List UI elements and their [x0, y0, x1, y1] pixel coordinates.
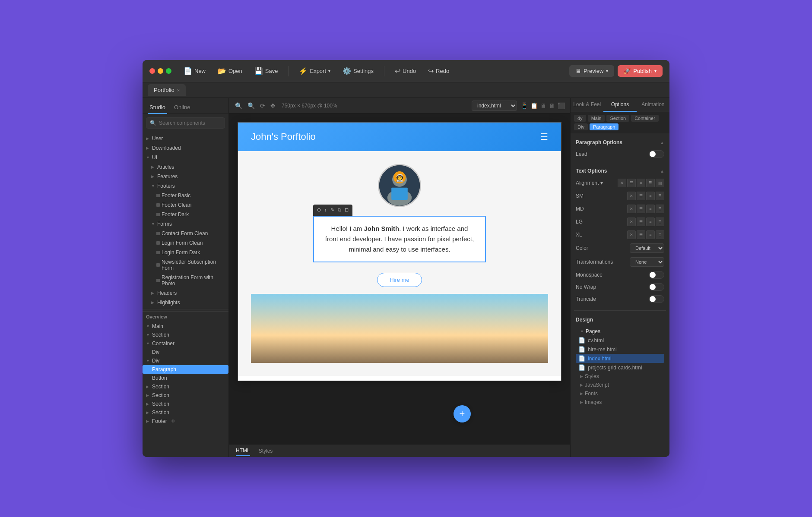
align-justify-button[interactable]: ▤	[656, 179, 664, 187]
ov-button[interactable]: ▶ Button	[143, 374, 228, 382]
ov-div1[interactable]: ▶ Div	[143, 348, 228, 356]
md-center-btn[interactable]: ≡	[646, 205, 655, 213]
ov-div2[interactable]: ▼ Div	[143, 356, 228, 365]
images-item[interactable]: ▶ Images	[576, 398, 664, 407]
sidebar-item-footer-clean[interactable]: Footer Clean	[143, 200, 228, 210]
save-button[interactable]: 💾 Save	[251, 65, 282, 77]
rotate-icon[interactable]: ⟳	[259, 101, 266, 110]
add-element-button[interactable]: +	[454, 405, 471, 422]
sidebar-item-forms[interactable]: ▼ Forms	[143, 219, 228, 229]
ov-section[interactable]: ▼ Section	[143, 331, 228, 339]
bc-paragraph[interactable]: Paragraph	[590, 123, 619, 130]
sm-center-btn[interactable]: ≡	[646, 192, 655, 200]
tab-close-icon[interactable]: ×	[177, 88, 180, 93]
md-left-btn[interactable]: ☰	[637, 205, 645, 213]
align-right-button[interactable]: ≣	[646, 179, 655, 187]
paragraph-block[interactable]: ⊕ ↑ ✎ ⧉ ⊟ Hello! I am John Smith. I work…	[313, 216, 486, 262]
ov-section3[interactable]: ▶ Section	[143, 391, 228, 400]
tab-options[interactable]: Options	[603, 98, 636, 112]
maximize-button[interactable]	[166, 68, 171, 74]
sidebar-item-newsletter[interactable]: Newsletter Subscription Form	[143, 257, 228, 273]
desktop-wide-icon[interactable]: 🖥	[549, 102, 555, 109]
page-cv[interactable]: 📄 cv.html	[576, 336, 664, 345]
sidebar-item-footers[interactable]: ▼ Footers	[143, 181, 228, 191]
tab-animation[interactable]: Animation	[637, 98, 669, 112]
settings-button[interactable]: ⚙️ Settings	[339, 65, 377, 77]
color-select[interactable]: Default	[630, 243, 664, 253]
preview-button[interactable]: 🖥 Preview ▾	[569, 65, 614, 77]
lg-right-btn[interactable]: ≣	[656, 218, 664, 226]
sidebar-item-headers[interactable]: ▶ Headers	[143, 288, 228, 298]
fonts-item[interactable]: ▶ Fonts	[576, 389, 664, 398]
copy-icon[interactable]: ⧉	[336, 206, 343, 214]
paragraph-options-header[interactable]: Paragraph Options ▲	[574, 137, 666, 148]
publish-button[interactable]: 🚀 Publish ▾	[618, 65, 663, 77]
sm-left-btn[interactable]: ☰	[637, 192, 645, 200]
page-select[interactable]: index.html cv.html hire-me.html	[472, 101, 517, 111]
sidebar-item-features[interactable]: ▶ Features	[143, 172, 228, 181]
align-clear-button[interactable]: ✕	[618, 179, 626, 187]
lg-center-btn[interactable]: ≡	[646, 218, 655, 226]
hamburger-icon[interactable]: ☰	[540, 132, 548, 142]
bc-body[interactable]: dy	[574, 115, 586, 122]
ov-section5[interactable]: ▶ Section	[143, 408, 228, 417]
tab-studio[interactable]: Studio	[148, 101, 167, 114]
xl-left-btn[interactable]: ☰	[637, 230, 645, 239]
ov-container[interactable]: ▼ Container	[143, 339, 228, 348]
edit-icon[interactable]: ✎	[329, 206, 336, 214]
lead-toggle[interactable]	[649, 150, 664, 158]
tab-online[interactable]: Online	[172, 101, 192, 114]
sidebar-item-ui[interactable]: ▼ UI	[143, 153, 228, 162]
sidebar-item-login-form-dark[interactable]: Login Form Dark	[143, 248, 228, 257]
sidebar-item-highlights[interactable]: ▶ Highlights	[143, 298, 228, 307]
ov-footer[interactable]: ▶ Footer 👁	[143, 417, 228, 426]
bc-div[interactable]: Div	[574, 123, 588, 130]
bc-container[interactable]: Container	[631, 115, 659, 122]
canvas-viewport[interactable]: John's Porftolio ☰ 👨‍🚀	[229, 113, 570, 444]
sm-clear-btn[interactable]: ✕	[627, 192, 636, 200]
sm-right-btn[interactable]: ≣	[656, 192, 664, 200]
no-wrap-toggle[interactable]	[649, 283, 664, 291]
undo-button[interactable]: ↩ Undo	[391, 65, 419, 77]
zoom-out-icon[interactable]: 🔍	[234, 101, 243, 110]
javascript-item[interactable]: ▶ JavaScript	[576, 381, 664, 389]
zoom-in-icon[interactable]: 🔍	[247, 101, 256, 110]
md-clear-btn[interactable]: ✕	[627, 205, 636, 213]
bc-section[interactable]: Section	[606, 115, 629, 122]
open-button[interactable]: 📂 Open	[214, 65, 246, 77]
tab-html[interactable]: HTML	[236, 446, 250, 456]
lg-clear-btn[interactable]: ✕	[627, 218, 636, 226]
minimize-button[interactable]	[158, 68, 163, 74]
tab-look-feel[interactable]: Look & Feel	[571, 98, 603, 112]
up-icon[interactable]: ↑	[323, 206, 328, 214]
lg-left-btn[interactable]: ☰	[637, 218, 645, 226]
sidebar-item-user[interactable]: ▶ User	[143, 134, 228, 143]
sidebar-item-downloaded[interactable]: ▶ Downloaded	[143, 143, 228, 153]
align-left-button[interactable]: ☰	[627, 179, 636, 187]
align-center-button[interactable]: ≡	[637, 179, 645, 187]
redo-button[interactable]: ↪ Redo	[425, 65, 453, 77]
hire-button[interactable]: Hire me	[377, 273, 422, 287]
sidebar-item-registration[interactable]: Registration Form with Photo	[143, 273, 228, 288]
page-projects[interactable]: 📄 projects-grid-cards.html	[576, 363, 664, 372]
tab-styles[interactable]: Styles	[259, 446, 273, 456]
bc-main[interactable]: Main	[588, 115, 605, 122]
page-hireme[interactable]: 📄 hire-me.html	[576, 345, 664, 354]
move-handle-icon[interactable]: ⊕	[316, 206, 322, 214]
search-input[interactable]	[159, 120, 221, 126]
ov-paragraph[interactable]: ▶ Paragraph	[143, 365, 228, 374]
xl-clear-btn[interactable]: ✕	[627, 230, 636, 239]
xl-center-btn[interactable]: ≡	[646, 230, 655, 239]
styles-item[interactable]: ▶ Styles	[576, 372, 664, 381]
truncate-toggle[interactable]	[649, 295, 664, 303]
ov-main[interactable]: ▼ Main	[143, 322, 228, 331]
tablet-icon[interactable]: 📋	[530, 102, 538, 109]
transformations-select[interactable]: None	[630, 257, 664, 267]
monospace-toggle[interactable]	[649, 271, 664, 279]
xl-right-btn[interactable]: ≣	[656, 230, 664, 239]
export-button[interactable]: ⚡ Export ▾	[295, 65, 334, 77]
sidebar-item-footer-basic[interactable]: Footer Basic	[143, 191, 228, 200]
close-button[interactable]	[149, 68, 155, 74]
sidebar-item-login-form-clean[interactable]: Login Form Clean	[143, 238, 228, 248]
sidebar-item-contact-form[interactable]: Contact Form Clean	[143, 229, 228, 238]
